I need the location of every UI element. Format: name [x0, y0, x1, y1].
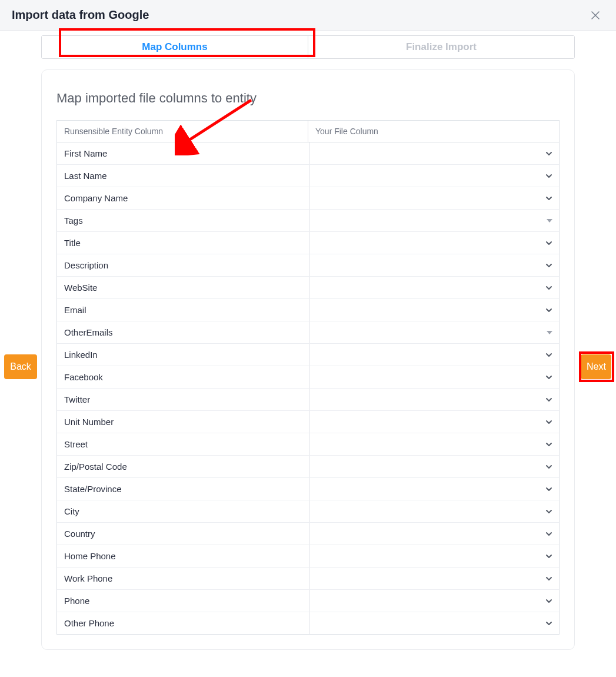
entity-column-label: Unit Number	[57, 411, 309, 433]
table-row: LinkedIn	[57, 343, 559, 366]
file-column-dropdown[interactable]	[309, 165, 559, 187]
table-header-right: Your File Column	[308, 121, 559, 142]
entity-column-label: OtherEmails	[57, 321, 309, 343]
chevron-down-icon	[545, 351, 553, 359]
file-column-dropdown[interactable]	[309, 545, 559, 567]
wizard-tabs: Map Columns Finalize Import	[41, 35, 575, 59]
file-column-dropdown[interactable]	[309, 187, 559, 209]
entity-column-label: Email	[57, 299, 309, 321]
entity-column-label: Company Name	[57, 187, 309, 209]
file-column-dropdown[interactable]	[309, 500, 559, 522]
chevron-down-icon	[545, 440, 553, 449]
file-column-dropdown[interactable]	[309, 478, 559, 500]
chevron-down-icon	[545, 396, 553, 404]
entity-column-label: Tags	[57, 210, 309, 231]
file-column-dropdown[interactable]	[309, 523, 559, 545]
table-row: City	[57, 500, 559, 522]
file-column-dropdown[interactable]	[309, 612, 559, 634]
table-row: WebSite	[57, 276, 559, 298]
chevron-down-icon	[545, 619, 553, 628]
table-row: Country	[57, 522, 559, 545]
entity-column-label: Last Name	[57, 165, 309, 187]
entity-column-label: Home Phone	[57, 545, 309, 567]
file-column-dropdown[interactable]	[309, 142, 559, 164]
table-row: Other Phone	[57, 612, 559, 634]
section-title: Map imported file columns to entity	[56, 91, 560, 106]
entity-column-label: Country	[57, 523, 309, 545]
entity-column-label: WebSite	[57, 277, 309, 298]
chevron-down-icon	[545, 194, 553, 203]
file-column-dropdown[interactable]	[309, 299, 559, 321]
entity-column-label: Title	[57, 232, 309, 254]
table-row: Work Phone	[57, 567, 559, 589]
entity-column-label: State/Province	[57, 478, 309, 500]
chevron-down-icon	[545, 507, 553, 516]
back-button[interactable]: Back	[4, 354, 37, 379]
chevron-down-icon	[545, 575, 553, 583]
file-column-dropdown[interactable]	[309, 456, 559, 477]
file-column-dropdown[interactable]	[309, 411, 559, 433]
table-header-left: Runsensible Entity Column	[57, 121, 308, 142]
entity-column-label: Phone	[57, 590, 309, 612]
modal-title: Import data from Google	[12, 8, 149, 22]
entity-column-label: Description	[57, 254, 309, 276]
chevron-down-icon	[545, 597, 553, 605]
file-column-dropdown[interactable]	[309, 321, 559, 343]
file-column-dropdown[interactable]	[309, 433, 559, 455]
entity-column-label: City	[57, 500, 309, 522]
file-column-dropdown[interactable]	[309, 254, 559, 276]
file-column-dropdown[interactable]	[309, 366, 559, 388]
entity-column-label: Work Phone	[57, 568, 309, 589]
modal-header: Import data from Google	[0, 0, 616, 31]
entity-column-label: First Name	[57, 142, 309, 164]
table-row: State/Province	[57, 477, 559, 500]
table-row: Description	[57, 254, 559, 276]
chevron-down-icon	[545, 150, 553, 158]
file-column-dropdown[interactable]	[309, 277, 559, 298]
entity-column-label: LinkedIn	[57, 344, 309, 366]
table-row: First Name	[57, 142, 559, 164]
close-icon[interactable]	[588, 10, 603, 21]
chevron-down-icon	[545, 418, 553, 426]
table-row: Twitter	[57, 388, 559, 410]
table-row: Phone	[57, 589, 559, 612]
tab-finalize-import[interactable]: Finalize Import	[308, 36, 574, 58]
table-row: Unit Number	[57, 410, 559, 433]
file-column-dropdown[interactable]	[309, 389, 559, 410]
chevron-down-icon	[545, 306, 553, 314]
file-column-dropdown[interactable]	[309, 210, 559, 231]
next-button[interactable]: Next	[581, 354, 611, 379]
chevron-down-icon	[545, 284, 553, 292]
caret-down-icon	[546, 330, 553, 336]
chevron-down-icon	[545, 530, 553, 538]
entity-column-label: Other Phone	[57, 612, 309, 634]
tab-map-columns[interactable]: Map Columns	[42, 36, 308, 58]
mapping-table: Runsensible Entity Column Your File Colu…	[56, 120, 560, 635]
entity-column-label: Zip/Postal Code	[57, 456, 309, 477]
file-column-dropdown[interactable]	[309, 590, 559, 612]
table-row: OtherEmails	[57, 321, 559, 343]
table-row: Tags	[57, 209, 559, 231]
content-panel: Map imported file columns to entity Runs…	[41, 69, 575, 650]
chevron-down-icon	[545, 373, 553, 381]
chevron-down-icon	[545, 261, 553, 270]
entity-column-label: Facebook	[57, 366, 309, 388]
table-row: Street	[57, 433, 559, 455]
chevron-down-icon	[545, 463, 553, 471]
table-row: Last Name	[57, 164, 559, 187]
chevron-down-icon	[545, 172, 553, 180]
entity-column-label: Street	[57, 433, 309, 455]
caret-down-icon	[546, 218, 553, 224]
table-row: Title	[57, 231, 559, 254]
file-column-dropdown[interactable]	[309, 344, 559, 366]
table-row: Company Name	[57, 187, 559, 209]
table-row: Email	[57, 298, 559, 321]
chevron-down-icon	[545, 485, 553, 493]
entity-column-label: Twitter	[57, 389, 309, 410]
chevron-down-icon	[545, 552, 553, 560]
table-row: Facebook	[57, 366, 559, 388]
file-column-dropdown[interactable]	[309, 568, 559, 589]
file-column-dropdown[interactable]	[309, 232, 559, 254]
table-row: Zip/Postal Code	[57, 455, 559, 477]
table-row: Home Phone	[57, 545, 559, 567]
